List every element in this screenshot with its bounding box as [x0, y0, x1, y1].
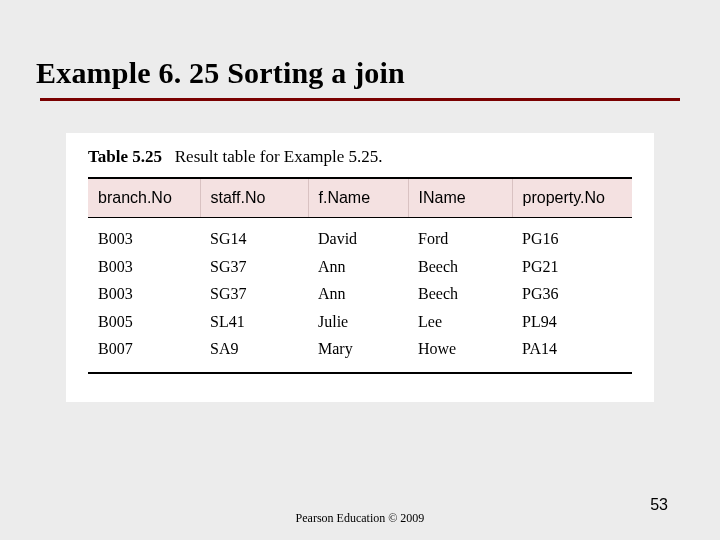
caption-text: Result table for Example 5.25.: [175, 147, 383, 166]
table-header-row: branch.No staff.No f.Name IName property…: [88, 178, 632, 218]
cell: Beech: [408, 252, 512, 280]
table-row: B003 SG37 Ann Beech PG21: [88, 252, 632, 280]
cell: B003: [88, 218, 200, 252]
cell: SG37: [200, 279, 308, 307]
cell: PG21: [512, 252, 632, 280]
cell: Ford: [408, 218, 512, 252]
cell: B003: [88, 252, 200, 280]
cell: B003: [88, 279, 200, 307]
col-staffno: staff.No: [200, 178, 308, 218]
cell: Julie: [308, 307, 408, 335]
cell: Beech: [408, 279, 512, 307]
cell: SA9: [200, 334, 308, 373]
cell: PL94: [512, 307, 632, 335]
page-number: 53: [650, 496, 668, 514]
cell: Ann: [308, 252, 408, 280]
cell: Mary: [308, 334, 408, 373]
col-branchno: branch.No: [88, 178, 200, 218]
table-caption: Table 5.25 Result table for Example 5.25…: [88, 147, 632, 167]
title-block: Example 6. 25 Sorting a join: [0, 56, 720, 107]
cell: Lee: [408, 307, 512, 335]
slide: Example 6. 25 Sorting a join Table 5.25 …: [0, 0, 720, 540]
cell: SL41: [200, 307, 308, 335]
slide-title: Example 6. 25 Sorting a join: [36, 56, 684, 90]
result-table: branch.No staff.No f.Name IName property…: [88, 177, 632, 374]
content-area: Table 5.25 Result table for Example 5.25…: [66, 133, 654, 402]
caption-label: Table 5.25: [88, 147, 162, 166]
cell: Howe: [408, 334, 512, 373]
cell: PG16: [512, 218, 632, 252]
table-row: B007 SA9 Mary Howe PA14: [88, 334, 632, 373]
cell: SG37: [200, 252, 308, 280]
cell: B005: [88, 307, 200, 335]
col-lname: IName: [408, 178, 512, 218]
title-rule: [40, 98, 680, 101]
cell: SG14: [200, 218, 308, 252]
cell: David: [308, 218, 408, 252]
table-row: B005 SL41 Julie Lee PL94: [88, 307, 632, 335]
table-row: B003 SG37 Ann Beech PG36: [88, 279, 632, 307]
cell: Ann: [308, 279, 408, 307]
cell: B007: [88, 334, 200, 373]
cell: PA14: [512, 334, 632, 373]
col-fname: f.Name: [308, 178, 408, 218]
col-propertyno: property.No: [512, 178, 632, 218]
cell: PG36: [512, 279, 632, 307]
footer-credit: Pearson Education © 2009: [0, 511, 720, 526]
table-row: B003 SG14 David Ford PG16: [88, 218, 632, 252]
